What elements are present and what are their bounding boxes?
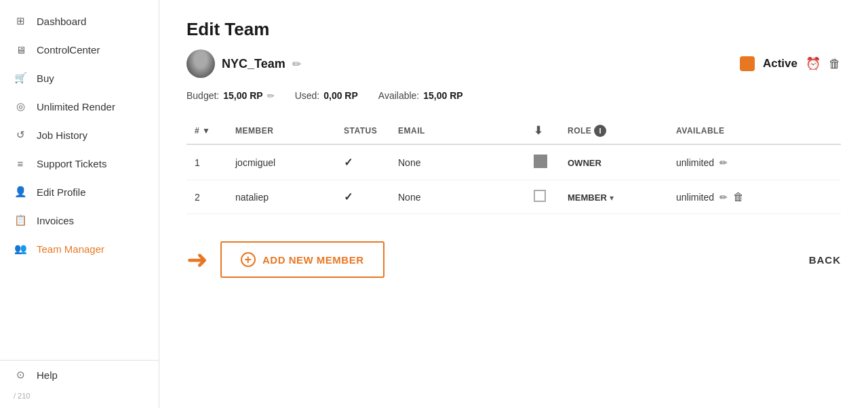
budget-row: Budget: 15,00 RP ✏ Used: 0,00 RP Availab… — [186, 90, 841, 101]
status-checkmark: ✓ — [344, 157, 353, 168]
status-checkmark: ✓ — [344, 191, 353, 203]
role-badge: MEMBER — [568, 192, 607, 203]
sidebar-item-job-history[interactable]: ↺ Job History — [0, 121, 159, 149]
sidebar-item-team-manager[interactable]: 👥 Team Manager — [0, 234, 159, 263]
sidebar-item-support-tickets-label: Support Tickets — [37, 158, 106, 169]
edit-team-name-button[interactable]: ✏ — [292, 58, 301, 70]
member-square — [534, 190, 546, 202]
history-button[interactable]: ⏰ — [806, 56, 821, 71]
team-name-row: NYC_Team ✏ — [186, 49, 301, 78]
cell-num: 1 — [186, 144, 227, 180]
invoices-icon: 📋 — [14, 213, 27, 227]
back-button[interactable]: BACK — [809, 254, 841, 266]
used-label: Used: — [295, 90, 320, 101]
available-value: 15,00 RP — [423, 90, 462, 101]
cell-role: OWNER — [559, 144, 668, 180]
cell-available: unlimited ✏ 🗑 — [668, 180, 841, 214]
dashboard-icon: ⊞ — [14, 14, 27, 28]
status-dot — [740, 56, 755, 71]
buy-icon: 🛒 — [14, 71, 27, 85]
sidebar-item-dashboard[interactable]: ⊞ Dashboard — [0, 7, 159, 35]
col-num[interactable]: # ▼ — [186, 117, 227, 144]
sidebar-item-support-tickets[interactable]: ≡ Support Tickets — [0, 149, 159, 178]
team-avatar — [186, 49, 215, 78]
team-status-row: Active ⏰ 🗑 — [740, 56, 841, 71]
used-item: Used: 0,00 RP — [295, 90, 358, 101]
available-label: Available: — [378, 90, 419, 101]
edit-profile-icon: 👤 — [14, 185, 27, 199]
team-manager-icon: 👥 — [14, 242, 27, 256]
cell-available: unlimited ✏ — [668, 144, 841, 180]
col-email: EMAIL — [390, 117, 526, 144]
budget-value: 15,00 RP — [223, 90, 262, 101]
available-amount: unlimited — [676, 157, 714, 168]
sidebar-item-edit-profile[interactable]: 👤 Edit Profile — [0, 178, 159, 206]
team-header: NYC_Team ✏ Active ⏰ 🗑 — [186, 49, 841, 78]
sidebar-item-team-manager-label: Team Manager — [37, 243, 104, 255]
help-icon: ⊙ — [14, 368, 27, 382]
page-title: Edit Team — [186, 19, 841, 40]
role-info-icon[interactable]: i — [594, 125, 606, 137]
cell-member: nataliep — [227, 180, 336, 214]
col-download[interactable]: ⬇ — [526, 117, 559, 144]
status-label: Active — [763, 57, 797, 70]
owner-square — [534, 155, 547, 168]
used-value: 0,00 RP — [323, 90, 358, 101]
add-new-member-button[interactable]: + ADD NEW MEMBER — [220, 241, 384, 278]
table-row: 2 nataliep ✓ None MEMBER ▾ unlimited ✏ 🗑 — [186, 180, 841, 214]
plus-circle-icon: + — [241, 252, 256, 267]
budget-item: Budget: 15,00 RP ✏ — [186, 90, 275, 101]
role-dropdown[interactable]: ▾ — [610, 193, 614, 203]
cell-download — [526, 180, 559, 214]
edit-available-button[interactable]: ✏ — [719, 192, 728, 203]
add-member-wrapper: ➜ + ADD NEW MEMBER — [186, 241, 384, 278]
cell-status: ✓ — [336, 144, 390, 180]
sidebar-item-invoices-label: Invoices — [37, 215, 74, 226]
unlimited-render-icon: ◎ — [14, 100, 27, 113]
sidebar-item-unlimited-render[interactable]: ◎ Unlimited Render — [0, 92, 159, 121]
cell-member: jocmiguel — [227, 144, 336, 180]
cell-email: None — [390, 144, 526, 180]
delete-member-button[interactable]: 🗑 — [733, 191, 744, 203]
team-name: NYC_Team — [222, 57, 285, 71]
cell-role: MEMBER ▾ — [559, 180, 668, 214]
main-content: Edit Team NYC_Team ✏ Active ⏰ 🗑 Budget: … — [159, 0, 868, 408]
support-tickets-icon: ≡ — [14, 157, 27, 170]
sidebar-item-job-history-label: Job History — [37, 129, 87, 141]
cell-email: None — [390, 180, 526, 214]
sidebar-item-dashboard-label: Dashboard — [37, 16, 86, 27]
cell-num: 2 — [186, 180, 227, 214]
members-table: # ▼ MEMBER STATUS EMAIL ⬇ ROLE i AVAILAB… — [186, 117, 841, 214]
budget-label: Budget: — [186, 90, 219, 101]
cell-download — [526, 144, 559, 180]
table-header-row: # ▼ MEMBER STATUS EMAIL ⬇ ROLE i AVAILAB… — [186, 117, 841, 144]
table-row: 1 jocmiguel ✓ None OWNER unlimited ✏ — [186, 144, 841, 180]
sidebar-item-help[interactable]: ⊙ Help — [0, 361, 159, 389]
col-member: MEMBER — [227, 117, 336, 144]
sidebar-item-control-center-label: ControlCenter — [37, 44, 100, 56]
sidebar-item-invoices[interactable]: 📋 Invoices — [0, 206, 159, 234]
col-available: AVAILABLE — [668, 117, 841, 144]
bottom-area: ➜ + ADD NEW MEMBER BACK — [186, 241, 841, 278]
job-history-icon: ↺ — [14, 128, 27, 142]
arrow-icon: ➜ — [186, 245, 208, 274]
role-badge: OWNER — [568, 158, 601, 168]
sidebar-item-buy-label: Buy — [37, 73, 54, 84]
sidebar-item-control-center[interactable]: 🖥 ControlCenter — [0, 35, 159, 64]
add-member-label: ADD NEW MEMBER — [262, 254, 364, 266]
available-item: Available: 15,00 RP — [378, 90, 463, 101]
cell-status: ✓ — [336, 180, 390, 214]
delete-team-button[interactable]: 🗑 — [829, 57, 841, 71]
sidebar: ⊞ Dashboard 🖥 ControlCenter 🛒 Buy ◎ Unli… — [0, 0, 159, 408]
col-role: ROLE i — [559, 117, 668, 144]
sidebar-item-edit-profile-label: Edit Profile — [37, 186, 86, 198]
control-center-icon: 🖥 — [14, 43, 27, 56]
sidebar-version: / 210 — [0, 389, 159, 403]
available-amount: unlimited — [676, 192, 714, 203]
sidebar-item-buy[interactable]: 🛒 Buy — [0, 64, 159, 92]
edit-available-button[interactable]: ✏ — [719, 157, 728, 168]
edit-budget-button[interactable]: ✏ — [267, 91, 275, 101]
sidebar-item-help-label: Help — [37, 369, 58, 381]
download-icon: ⬇ — [534, 125, 543, 136]
col-status: STATUS — [336, 117, 390, 144]
